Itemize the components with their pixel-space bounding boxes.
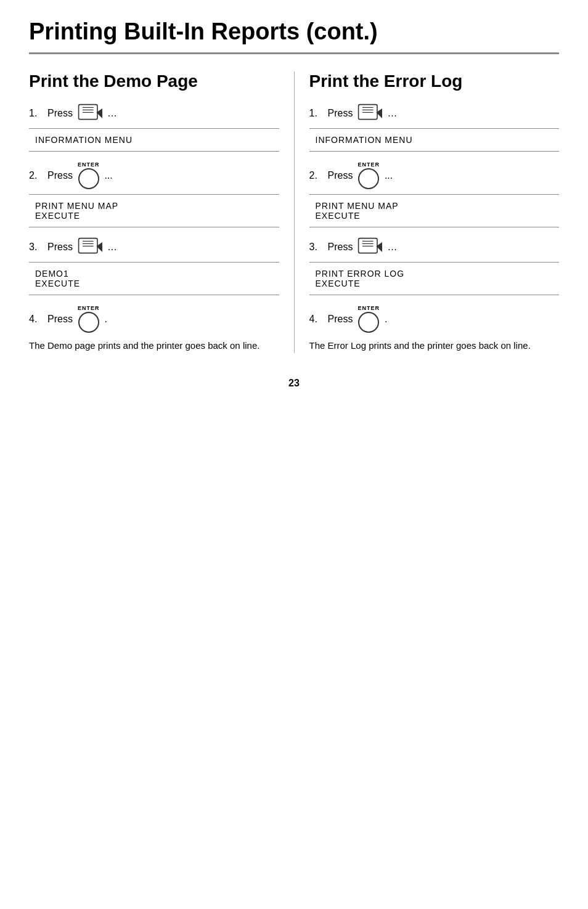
right-step-4-row: 4. Press ENTER . xyxy=(309,305,560,333)
svg-rect-5 xyxy=(79,238,97,253)
menu-line: INFORMATION MENU xyxy=(35,135,279,145)
enter-button: ENTER xyxy=(357,305,380,333)
step-text: Press xyxy=(47,314,73,325)
right-step-2: 2. Press ENTER ... PRINT MENU MAP EXECUT… xyxy=(309,161,560,227)
right-menu-box-3: PRINT ERROR LOG EXECUTE xyxy=(309,262,560,295)
left-step-3: 3. Press … DEMO1 EX xyxy=(29,237,279,295)
step-text: Press xyxy=(328,170,353,181)
enter-circle-icon xyxy=(78,312,99,333)
right-menu-box-2: PRINT MENU MAP EXECUTE xyxy=(309,194,560,227)
step-ellipsis: . xyxy=(104,314,107,325)
left-step-2: 2. Press ENTER ... PRINT MENU MAP EXECUT… xyxy=(29,161,279,227)
right-step-3: 3. Press … PRINT ERROR LOG xyxy=(309,237,560,295)
step-ellipsis: … xyxy=(387,108,397,119)
page-title: Printing Built-In Reports (cont.) xyxy=(29,18,559,54)
step-num: 1. xyxy=(29,108,43,119)
left-menu-box-3: DEMO1 EXECUTE xyxy=(29,262,279,295)
menu-line: PRINT ERROR LOG xyxy=(316,269,560,279)
step-ellipsis: . xyxy=(385,314,387,325)
left-menu-box-1: INFORMATION MENU xyxy=(29,128,279,152)
step-num: 3. xyxy=(309,242,323,253)
right-footer-text: The Error Log prints and the printer goe… xyxy=(309,339,560,353)
page-container: Printing Built-In Reports (cont.) Print … xyxy=(17,0,571,414)
menu-icon xyxy=(78,104,102,123)
enter-circle-icon xyxy=(358,312,379,333)
columns-container: Print the Demo Page 1. Press xyxy=(29,71,559,353)
step-ellipsis: … xyxy=(107,108,117,119)
left-step-1: 1. Press … INFORMA xyxy=(29,104,279,152)
menu-line: EXECUTE xyxy=(316,279,560,288)
menu-line: PRINT MENU MAP xyxy=(35,201,279,211)
right-step-2-row: 2. Press ENTER ... xyxy=(309,161,560,189)
step-ellipsis: ... xyxy=(385,170,393,181)
right-column: Print the Error Log 1. Press xyxy=(294,71,560,353)
menu-line: DEMO1 xyxy=(35,269,279,279)
step-num: 2. xyxy=(309,170,323,181)
left-section-title: Print the Demo Page xyxy=(29,71,279,91)
right-menu-box-1: INFORMATION MENU xyxy=(309,128,560,152)
svg-rect-10 xyxy=(359,105,377,120)
enter-circle-icon xyxy=(78,168,99,189)
menu-line: EXECUTE xyxy=(35,211,279,221)
left-step-1-row: 1. Press … xyxy=(29,104,279,123)
step-num: 1. xyxy=(309,108,323,119)
step-num: 4. xyxy=(29,314,43,325)
menu-line: EXECUTE xyxy=(316,211,560,221)
svg-rect-0 xyxy=(79,105,97,120)
enter-button: ENTER xyxy=(357,161,380,189)
menu-icon xyxy=(357,237,382,257)
right-step-3-row: 3. Press … xyxy=(309,237,560,257)
left-step-4-row: 4. Press ENTER . xyxy=(29,305,279,333)
enter-label: ENTER xyxy=(78,305,100,311)
step-num: 3. xyxy=(29,242,43,253)
left-step-3-row: 3. Press … xyxy=(29,237,279,257)
menu-line: INFORMATION MENU xyxy=(316,135,560,145)
step-ellipsis: … xyxy=(107,242,117,253)
left-step-4: 4. Press ENTER . xyxy=(29,305,279,333)
left-menu-box-2: PRINT MENU MAP EXECUTE xyxy=(29,194,279,227)
page-number: 23 xyxy=(29,378,559,389)
right-step-1-row: 1. Press … xyxy=(309,104,560,123)
step-text: Press xyxy=(47,242,73,253)
step-text: Press xyxy=(328,314,353,325)
enter-label: ENTER xyxy=(357,305,380,311)
right-section-title: Print the Error Log xyxy=(309,71,560,91)
left-step-2-row: 2. Press ENTER ... xyxy=(29,161,279,189)
menu-line: PRINT MENU MAP xyxy=(316,201,560,211)
enter-label: ENTER xyxy=(357,161,380,168)
enter-circle-icon xyxy=(358,168,379,189)
right-step-1: 1. Press … INFORMATION MENU xyxy=(309,104,560,152)
menu-line: EXECUTE xyxy=(35,279,279,288)
step-text: Press xyxy=(47,108,73,119)
menu-icon xyxy=(78,237,102,257)
step-ellipsis: ... xyxy=(104,170,112,181)
menu-icon xyxy=(357,104,382,123)
step-num: 4. xyxy=(309,314,323,325)
left-footer-text: The Demo page prints and the printer goe… xyxy=(29,339,279,353)
enter-button: ENTER xyxy=(78,161,100,189)
step-text: Press xyxy=(328,242,353,253)
step-text: Press xyxy=(47,170,73,181)
step-text: Press xyxy=(328,108,353,119)
enter-label: ENTER xyxy=(78,161,100,168)
step-ellipsis: … xyxy=(387,242,397,253)
step-num: 2. xyxy=(29,170,43,181)
left-column: Print the Demo Page 1. Press xyxy=(29,71,294,353)
svg-rect-15 xyxy=(359,238,377,253)
right-step-4: 4. Press ENTER . xyxy=(309,305,560,333)
enter-button: ENTER xyxy=(78,305,100,333)
